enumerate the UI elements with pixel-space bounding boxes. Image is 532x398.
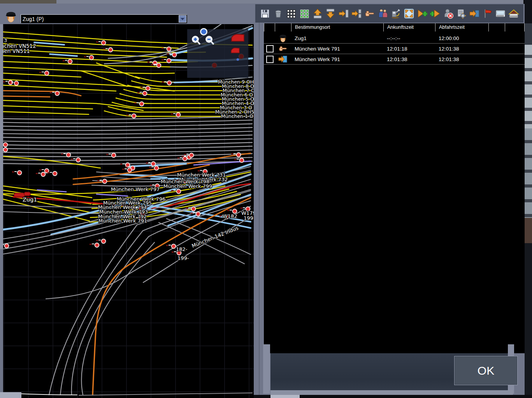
row-arrival: --:--:-- (383, 35, 435, 41)
signal[interactable] (90, 243, 99, 247)
signal[interactable] (12, 171, 22, 175)
row-arrival: 12:01:38 (383, 56, 435, 62)
dialog-left-edge-lower (0, 249, 3, 398)
add-waypoint-icon[interactable] (416, 8, 428, 19)
append-waypoint-icon[interactable] (429, 8, 441, 19)
loco-symbol-small[interactable] (231, 48, 239, 53)
insert-after-icon[interactable] (351, 8, 362, 19)
train-selector-value: Zug1 (P) (21, 16, 179, 22)
header-destination[interactable]: Bestimmungsort (291, 23, 383, 32)
map-label: München Werk 791 (98, 218, 147, 224)
move-up-icon[interactable] (312, 8, 323, 19)
dialog-corner (0, 392, 21, 398)
row-checkbox[interactable] (266, 45, 274, 53)
zoom-in-icon[interactable] (190, 35, 202, 46)
row-destination: Zug1 (291, 35, 383, 41)
platform-display-icon[interactable] (495, 8, 506, 19)
map-label: München Werk 797 (111, 186, 160, 192)
signal[interactable] (47, 172, 57, 176)
conductor-icon (4, 10, 18, 25)
signal[interactable] (122, 168, 132, 172)
table-row[interactable]: München Werk 791 12:01:38 12:01:38 (264, 54, 525, 65)
enter-depot-icon[interactable] (469, 8, 480, 19)
dimmed-signal (212, 63, 217, 68)
loco-symbol-large[interactable] (232, 34, 244, 41)
row-checkbox[interactable] (266, 56, 274, 63)
move-down-icon[interactable] (325, 8, 336, 19)
refuel-icon[interactable] (390, 8, 402, 19)
track-map[interactable]: 3nchen VN512hen VN511München 9 OHMünchen… (3, 24, 254, 398)
ok-button[interactable]: OK (454, 356, 518, 385)
row-departure: 12:01:38 (435, 46, 488, 52)
save-icon[interactable] (259, 8, 271, 19)
header-icon-col (275, 23, 291, 32)
depot-shed-icon[interactable] (508, 8, 520, 19)
signal[interactable] (3, 81, 13, 85)
panel-divider (259, 23, 260, 398)
header-checkbox-col (264, 23, 275, 32)
dimmed-marker (237, 58, 239, 61)
map-label: 199 (244, 215, 253, 221)
flag-icon[interactable] (482, 8, 493, 19)
world-window (525, 45, 532, 128)
world-window-lower (525, 128, 532, 218)
table-row[interactable]: München Werk 791 12:01:18 12:01:38 (264, 44, 525, 54)
footer-left-column (263, 344, 270, 394)
chevron-down-icon[interactable] (179, 15, 186, 23)
row-departure: 12:00:00 (435, 35, 488, 41)
game-world-strip (525, 0, 532, 398)
schedule-toolbar (255, 4, 523, 23)
dimmed-signal (239, 54, 244, 59)
header-departure[interactable]: Abfahrtszeit (435, 23, 488, 32)
window-top-edge-dark (0, 0, 56, 4)
row-destination: München Werk 791 (291, 46, 383, 52)
map-label: München Werk 799 (163, 183, 212, 189)
signal[interactable] (166, 244, 176, 249)
grid-icon[interactable] (285, 8, 297, 19)
signal[interactable] (3, 143, 8, 147)
remove-driver-icon[interactable] (442, 8, 454, 19)
map-label: 3 (4, 37, 7, 43)
signal[interactable] (36, 172, 46, 177)
header-arrival[interactable]: Ankunftszeit (383, 23, 435, 32)
delete-icon[interactable] (272, 8, 284, 19)
list-header: Bestimmungsort Ankunftszeit Abfahrtszeit (264, 23, 525, 32)
map-control-overlay (187, 29, 248, 78)
dialog-bottom-edge (270, 390, 513, 395)
signal[interactable] (227, 209, 237, 214)
table-row[interactable]: Zug1 --:--:-- 12:00:00 (264, 33, 525, 44)
map-label: W182 (223, 213, 237, 219)
row-destination: München Werk 791 (291, 56, 383, 62)
passengers-icon[interactable] (377, 8, 389, 19)
schedule-editor-window: Zug1 (P) (0, 0, 532, 398)
row-departure: 12:01:38 (435, 56, 488, 62)
signal[interactable] (63, 60, 72, 64)
map-label: hen VN511 (3, 48, 30, 54)
schedule-settings-icon[interactable] (455, 8, 467, 19)
position-marker-icon (200, 28, 207, 35)
map-label: München 1 O (221, 113, 253, 119)
enter-depot-icon (275, 54, 291, 64)
world-building (525, 218, 532, 243)
train-selector[interactable]: Zug1 (P) (21, 14, 187, 23)
hand-pointer-icon (275, 44, 291, 53)
insert-before-icon[interactable] (338, 8, 349, 19)
center-view-icon[interactable] (403, 8, 415, 19)
signal[interactable] (3, 148, 8, 152)
row-arrival: 12:01:18 (383, 46, 435, 52)
window-bottom-highlight (270, 395, 300, 398)
schedule-list: Bestimmungsort Ankunftszeit Abfahrtszeit… (264, 23, 525, 353)
grid-green-icon[interactable] (298, 8, 310, 19)
map-label: 182- (176, 246, 188, 252)
window-top-edge (0, 0, 532, 4)
hand-pointer-icon[interactable] (364, 8, 376, 19)
header-extra-col2 (505, 23, 525, 32)
header-extra-col (488, 23, 505, 32)
map-label: Zug1 (23, 196, 37, 203)
zoom-out-icon[interactable] (204, 35, 216, 46)
conductor-icon (275, 33, 291, 43)
map-label: 199- (177, 255, 189, 261)
